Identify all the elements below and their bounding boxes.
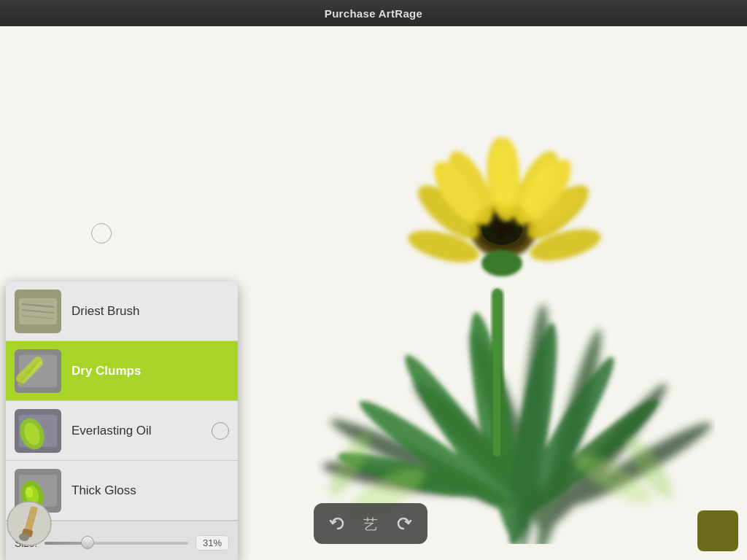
preset-name-dry-clumps: Dry Clumps (71, 364, 141, 378)
brush-tool-icon[interactable] (6, 500, 53, 547)
svg-text:艺: 艺 (363, 516, 378, 532)
svg-point-37 (481, 250, 522, 276)
topbar: Purchase ArtRage (0, 0, 747, 26)
preset-thumb-driest-brush (15, 289, 61, 333)
preset-circle-everlasting-oil (212, 422, 229, 440)
canvas-area[interactable]: Driest Brush Dry Clumps (0, 26, 747, 560)
preset-name-driest-brush: Driest Brush (71, 304, 140, 319)
color-swatch[interactable] (697, 510, 738, 551)
preset-thumb-dry-clumps (15, 349, 61, 393)
size-slider-thumb[interactable] (81, 536, 94, 549)
preset-name-everlasting-oil: Everlasting Oil (71, 424, 152, 438)
preset-item-driest-brush[interactable]: Driest Brush (6, 281, 238, 341)
topbar-title[interactable]: Purchase ArtRage (325, 7, 422, 20)
artrage-button[interactable]: 艺 (355, 508, 387, 540)
bottom-toolbar: 艺 (314, 503, 427, 544)
svg-rect-20 (493, 289, 500, 456)
brush-cursor (91, 223, 112, 244)
preset-item-dry-clumps[interactable]: Dry Clumps (6, 341, 238, 401)
size-slider[interactable] (44, 542, 188, 545)
preset-item-everlasting-oil[interactable]: Everlasting Oil (6, 401, 238, 461)
flower-drawing (277, 70, 715, 544)
size-value: 31% (196, 535, 229, 551)
preset-thumb-everlasting-oil (15, 409, 61, 453)
redo-button[interactable] (388, 508, 420, 540)
preset-name-thick-gloss: Thick Gloss (71, 483, 136, 498)
undo-button[interactable] (321, 508, 353, 540)
